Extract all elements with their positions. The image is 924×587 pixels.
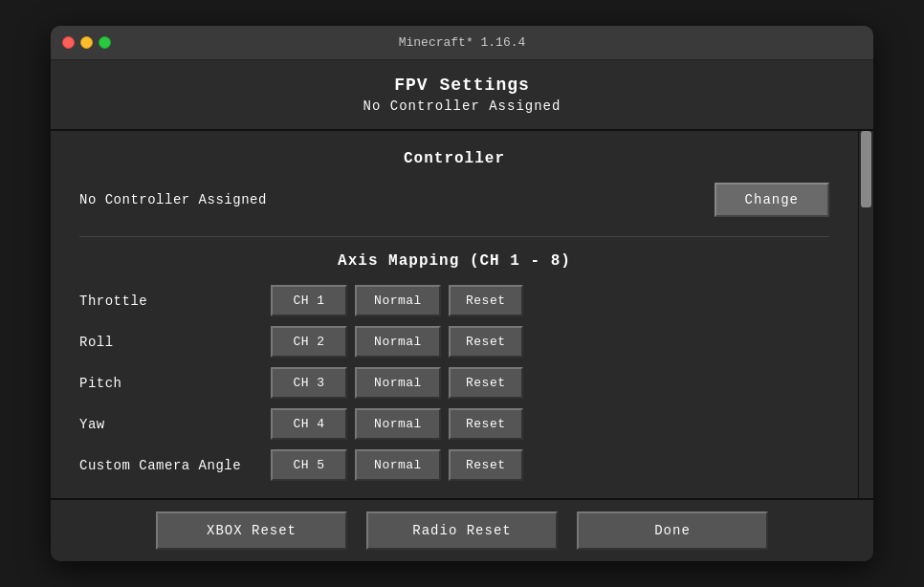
ch-button-4[interactable]: CH 5 <box>271 449 347 481</box>
main-window: Minecraft* 1.16.4 FPV Settings No Contro… <box>51 26 873 561</box>
window-title: Minecraft* 1.16.4 <box>399 35 526 50</box>
axis-row: Throttle CH 1 Normal Reset <box>79 285 829 316</box>
axis-controls-0: CH 1 Normal Reset <box>271 285 523 316</box>
main-content: Controller No Controller Assigned Change… <box>51 131 873 498</box>
done-button[interactable]: Done <box>577 511 768 550</box>
header-subtitle: No Controller Assigned <box>66 98 858 114</box>
axis-rows-container: Throttle CH 1 Normal Reset Roll CH 2 Nor… <box>79 285 829 481</box>
maximize-button[interactable] <box>99 36 111 49</box>
scrollable-area: Controller No Controller Assigned Change… <box>51 131 858 498</box>
axis-controls-3: CH 4 Normal Reset <box>271 408 523 440</box>
ch-button-1[interactable]: CH 2 <box>271 326 347 358</box>
axis-label-1: Roll <box>79 335 271 350</box>
divider <box>79 236 829 237</box>
normal-button-3[interactable]: Normal <box>355 408 441 440</box>
normal-button-2[interactable]: Normal <box>355 367 441 399</box>
change-controller-button[interactable]: Change <box>715 183 829 217</box>
axis-row: Yaw CH 4 Normal Reset <box>79 408 829 440</box>
reset-button-0[interactable]: Reset <box>449 285 523 316</box>
ch-button-3[interactable]: CH 4 <box>271 408 347 440</box>
controller-row: No Controller Assigned Change <box>79 183 829 217</box>
ch-button-0[interactable]: CH 1 <box>271 285 347 316</box>
axis-controls-4: CH 5 Normal Reset <box>271 449 523 481</box>
close-button[interactable] <box>62 36 75 49</box>
axis-mapping-title: Axis Mapping (CH 1 - 8) <box>79 252 829 270</box>
controller-section-title: Controller <box>79 150 829 167</box>
reset-button-3[interactable]: Reset <box>449 408 523 440</box>
ch-button-2[interactable]: CH 3 <box>271 367 347 399</box>
axis-row: Custom Camera Angle CH 5 Normal Reset <box>79 449 829 481</box>
axis-label-4: Custom Camera Angle <box>79 458 271 473</box>
scrollbar-thumb[interactable] <box>861 131 871 207</box>
titlebar: Minecraft* 1.16.4 <box>51 26 873 60</box>
reset-button-2[interactable]: Reset <box>449 367 523 399</box>
normal-button-1[interactable]: Normal <box>355 326 441 358</box>
controller-assigned-label: No Controller Assigned <box>79 192 267 207</box>
axis-label-2: Pitch <box>79 376 271 391</box>
normal-button-0[interactable]: Normal <box>355 285 441 316</box>
axis-row: Roll CH 2 Normal Reset <box>79 326 829 358</box>
axis-row: Pitch CH 3 Normal Reset <box>79 367 829 399</box>
axis-controls-1: CH 2 Normal Reset <box>271 326 523 358</box>
traffic-lights <box>62 36 111 49</box>
header-section: FPV Settings No Controller Assigned <box>51 60 873 131</box>
axis-label-3: Yaw <box>79 417 271 432</box>
axis-label-0: Throttle <box>79 294 271 309</box>
reset-button-4[interactable]: Reset <box>449 449 523 481</box>
scrollbar[interactable] <box>858 131 873 498</box>
radio-reset-button[interactable]: Radio Reset <box>366 511 558 550</box>
xbox-reset-button[interactable]: XBOX Reset <box>156 511 347 550</box>
page-title: FPV Settings <box>66 76 858 95</box>
reset-button-1[interactable]: Reset <box>449 326 523 358</box>
minimize-button[interactable] <box>80 36 93 49</box>
normal-button-4[interactable]: Normal <box>355 449 441 481</box>
bottom-bar: XBOX Reset Radio Reset Done <box>51 498 873 561</box>
axis-controls-2: CH 3 Normal Reset <box>271 367 523 399</box>
